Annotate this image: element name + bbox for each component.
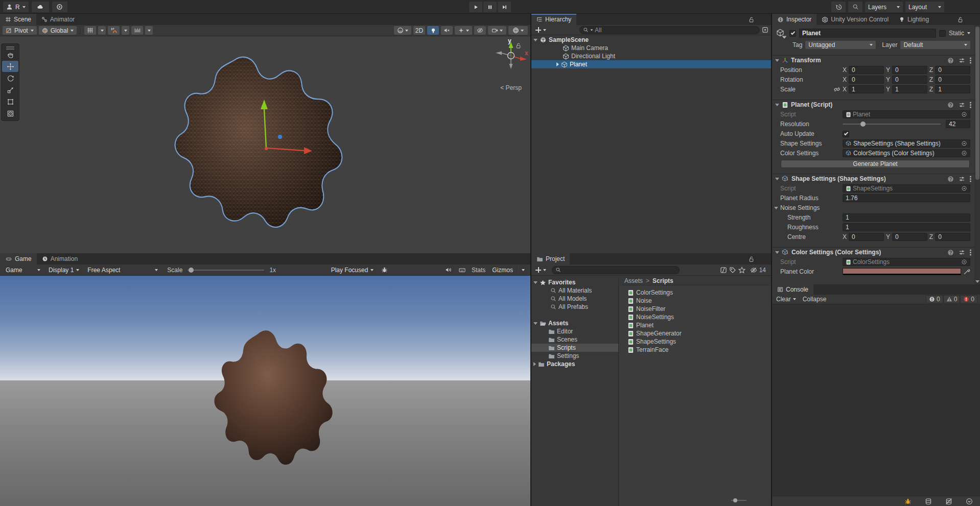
scene-audio-button[interactable] xyxy=(441,26,453,35)
game-scale-slider[interactable] xyxy=(188,270,264,271)
mute-audio-button[interactable] xyxy=(442,266,454,274)
position-z-field[interactable]: 0 xyxy=(935,66,970,74)
tab-scene[interactable]: Scene xyxy=(0,14,36,25)
rect-tool-button[interactable] xyxy=(2,96,18,107)
centre-z-field[interactable]: 0 xyxy=(935,233,970,241)
scale-slider-knob[interactable] xyxy=(189,268,194,273)
orientation-gizmo[interactable] xyxy=(492,40,530,73)
resolution-knob[interactable] xyxy=(860,122,866,127)
foldout-open-icon[interactable] xyxy=(533,322,538,325)
scene-viewport[interactable]: y x < Persp xyxy=(0,36,530,253)
planet-color-swatch[interactable] xyxy=(843,268,961,275)
shape-settings-header[interactable]: Shape Settings (Shape Settings) xyxy=(772,174,974,183)
help-icon[interactable] xyxy=(947,57,954,64)
pivot-dropdown[interactable]: Pivot xyxy=(3,26,37,35)
hierarchy-picker-icon[interactable] xyxy=(762,27,768,33)
object-picker-icon[interactable] xyxy=(961,150,967,156)
tab-animator[interactable]: Animator xyxy=(36,14,80,25)
hierarchy-search-input[interactable]: All xyxy=(579,26,760,34)
snap-toggle-button[interactable] xyxy=(108,26,120,35)
icon-size-knob[interactable] xyxy=(733,498,737,502)
clear-button[interactable]: Clear xyxy=(775,295,798,304)
centre-x-field[interactable]: 0 xyxy=(849,233,884,241)
color-settings-header[interactable]: Color Settings (Color Settings) xyxy=(772,247,974,257)
move-tool-button[interactable] xyxy=(2,61,18,72)
tab-game[interactable]: Game xyxy=(0,253,37,264)
favorite-all-models[interactable]: All Models xyxy=(531,295,618,303)
asset-noisefilter[interactable]: NoiseFilter xyxy=(619,305,771,313)
asset-noise[interactable]: Noise xyxy=(619,297,771,305)
script-object-field[interactable]: ColorSettings xyxy=(843,258,970,266)
folder-settings[interactable]: Settings xyxy=(531,352,618,360)
unlink-icon[interactable] xyxy=(833,86,841,93)
static-checkbox[interactable] xyxy=(939,30,946,37)
eyedropper-icon[interactable] xyxy=(963,268,970,275)
foldout-open-icon[interactable] xyxy=(775,59,779,62)
folder-scripts[interactable]: Scripts xyxy=(531,344,618,352)
rotation-y-field[interactable]: 0 xyxy=(892,76,927,84)
2d-mode-button[interactable]: 2D xyxy=(413,26,425,35)
inspector-lock-icon[interactable] xyxy=(957,16,964,23)
play-button[interactable] xyxy=(469,2,482,12)
favorite-all-materials[interactable]: All Materials xyxy=(531,286,618,295)
foldout-closed-icon[interactable] xyxy=(556,62,559,66)
asset-shapegenerator[interactable]: ShapeGenerator xyxy=(619,329,771,338)
shape-settings-object-field[interactable]: ShapeSettings (Shape Settings) xyxy=(843,139,970,148)
search-everywhere-button[interactable] xyxy=(848,2,862,12)
tag-dropdown[interactable]: Untagged xyxy=(805,41,876,49)
grid-visibility-caret[interactable] xyxy=(98,26,106,35)
hand-tool-button[interactable] xyxy=(2,49,18,60)
display-dropdown[interactable]: Display 1 xyxy=(45,266,82,274)
asset-terrainface[interactable]: TerrainFace xyxy=(619,346,771,354)
tab-version-control[interactable]: Unity Version Control xyxy=(816,14,894,25)
help-icon[interactable] xyxy=(947,102,954,108)
position-y-field[interactable]: 0 xyxy=(892,66,927,74)
grid-visibility-button[interactable] xyxy=(84,26,96,35)
folder-scenes[interactable]: Scenes xyxy=(531,335,618,344)
search-filter-caret[interactable] xyxy=(591,29,593,31)
asset-colorsettings[interactable]: ColorSettings xyxy=(619,288,771,297)
breadcrumb-assets[interactable]: Assets xyxy=(624,277,643,284)
game-gizmos-dropdown[interactable]: Gizmos xyxy=(489,266,528,274)
transform-tool-button[interactable] xyxy=(2,108,18,119)
step-button[interactable] xyxy=(498,2,511,12)
object-picker-icon[interactable] xyxy=(961,140,967,147)
overlay-drag-handle[interactable] xyxy=(6,46,14,47)
background-tasks-icon[interactable] xyxy=(966,498,973,505)
pause-button[interactable] xyxy=(483,2,497,12)
scrollbar-thumb[interactable] xyxy=(975,27,979,180)
component-menu-kebab-icon[interactable] xyxy=(970,60,971,61)
tab-animation[interactable]: Animation xyxy=(37,253,83,264)
tab-lighting[interactable]: Lighting xyxy=(894,14,934,25)
search-by-type-icon[interactable] xyxy=(720,267,727,274)
resolution-slider[interactable] xyxy=(843,124,941,125)
generate-planet-button[interactable]: Generate Planet xyxy=(781,160,970,168)
tab-inspector[interactable]: Inspector xyxy=(772,14,816,25)
component-menu-kebab-icon[interactable] xyxy=(970,104,971,106)
scene-camera-dropdown[interactable] xyxy=(488,26,506,35)
foldout-open-icon[interactable] xyxy=(775,104,779,106)
icon-size-slider[interactable] xyxy=(731,500,746,501)
scale-y-field[interactable]: 1 xyxy=(892,85,927,93)
foldout-open-icon[interactable] xyxy=(774,207,778,209)
collab-button[interactable] xyxy=(52,2,67,12)
hierarchy-item-planet[interactable]: Planet xyxy=(531,60,771,68)
tab-console[interactable]: Console xyxy=(772,284,813,295)
hierarchy-lock-icon[interactable] xyxy=(748,16,755,23)
object-picker-icon[interactable] xyxy=(961,111,967,117)
scene-visibility-button[interactable] xyxy=(474,26,486,35)
info-count-badge[interactable]: 0 xyxy=(926,295,943,303)
save-search-star-icon[interactable] xyxy=(738,267,745,274)
component-menu-kebab-icon[interactable] xyxy=(970,252,971,253)
presets-icon[interactable] xyxy=(959,57,965,64)
rotation-z-field[interactable]: 0 xyxy=(935,76,970,84)
asset-shapesettings[interactable]: ShapeSettings xyxy=(619,338,771,346)
scale-x-field[interactable]: 1 xyxy=(849,85,884,93)
search-by-label-icon[interactable] xyxy=(729,267,736,274)
presets-icon[interactable] xyxy=(959,176,965,182)
hierarchy-item-main-camera[interactable]: Main Camera xyxy=(531,44,771,52)
undo-history-button[interactable] xyxy=(831,2,846,12)
display-target-dropdown[interactable]: Game xyxy=(3,266,43,274)
game-viewport[interactable] xyxy=(0,276,530,506)
active-checkbox[interactable] xyxy=(789,30,796,37)
